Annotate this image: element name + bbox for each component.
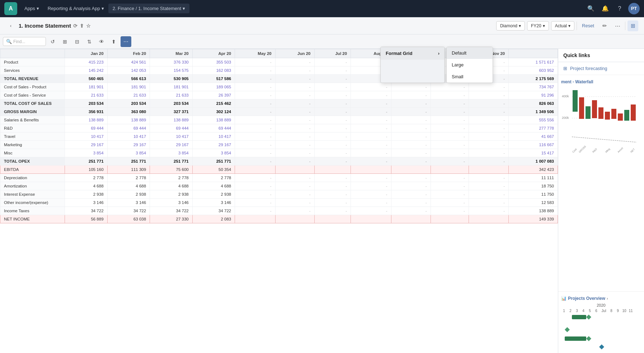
cell-value: - <box>391 116 431 124</box>
cell-value <box>275 215 314 223</box>
sort-icon[interactable]: ⇅ <box>84 36 95 47</box>
right-panel: Quick links ⊞ Project forecasting ment -… <box>558 49 644 353</box>
cell-value: 56 889 <box>65 215 108 223</box>
svg-rect-7 <box>592 100 597 118</box>
help-icon-btn[interactable]: ? <box>614 3 625 14</box>
header-jan20: Jan 20 <box>65 49 108 58</box>
format-grid-header[interactable]: Format Grid › <box>381 47 445 60</box>
projects-months: 123 456 Jul 89 1011 <box>561 309 641 313</box>
cell-value: 4 688 <box>192 182 235 190</box>
reset-button[interactable]: Reset <box>579 21 597 30</box>
cell-value: - <box>469 207 508 215</box>
table-row: Marketing29 16729 16729 16729 167-------… <box>0 141 558 149</box>
data-grid[interactable]: Jan 20 Feb 20 Mar 20 Apr 20 May 20 Jun 2… <box>0 49 558 353</box>
cell-value: - <box>275 190 314 199</box>
cell-value: 215 462 <box>192 99 235 108</box>
more-options-icon[interactable]: ⋯ <box>612 20 623 31</box>
find-box[interactable]: 🔍 Find... <box>3 37 46 46</box>
cell-value: - <box>431 133 469 141</box>
actual-selector[interactable]: Actual ▾ <box>551 21 574 31</box>
table-row: Depreciation2 7782 7782 7782 778-------1… <box>0 174 558 182</box>
cell-value: - <box>235 141 275 149</box>
cell-value: - <box>235 83 275 91</box>
project-forecasting-link[interactable]: ⊞ Project forecasting <box>558 62 644 75</box>
row-label: Services <box>0 66 65 75</box>
size-option-large[interactable]: Large <box>447 59 493 71</box>
cell-value: 111 309 <box>107 166 150 174</box>
svg-rect-5 <box>579 97 584 119</box>
projects-section: 📊 Projects Overview › 2020 123 456 Jul 8… <box>558 291 644 353</box>
cell-value: - <box>275 91 314 99</box>
filter-icon[interactable]: ⊟ <box>72 36 83 47</box>
cell-value: - <box>431 190 469 199</box>
back-button[interactable]: ‹ <box>6 21 16 31</box>
header-jul20: Jul 20 <box>314 49 351 58</box>
size-option-small[interactable]: Small <box>447 71 493 83</box>
bookmark-icon[interactable]: ⊞ <box>60 36 70 47</box>
more-actions-icon[interactable]: ⋯ <box>121 36 131 47</box>
toolbar-divider-1 <box>577 22 577 30</box>
star-icon[interactable]: ☆ <box>86 23 91 29</box>
find-icon: 🔍 <box>6 39 12 44</box>
svg-text:Amort: Amort <box>617 147 624 153</box>
cell-value: 11 111 <box>509 174 558 182</box>
projects-title[interactable]: 📊 Projects Overview › <box>561 294 641 303</box>
cell-value: - <box>314 199 351 207</box>
cell-value: 517 586 <box>192 75 235 83</box>
share-icon[interactable]: ⬆ <box>80 23 84 29</box>
bell-icon-btn[interactable]: 🔔 <box>600 3 611 14</box>
layout-icon[interactable]: ⊞ <box>627 20 638 31</box>
edit-icon[interactable]: ✏ <box>599 20 610 31</box>
cell-value: - <box>391 99 431 108</box>
table-row: Other income/(expense)3 1463 1463 1463 1… <box>0 199 558 207</box>
sync-icon[interactable]: ⟳ <box>73 23 77 29</box>
cell-value: - <box>431 108 469 116</box>
svg-rect-13 <box>631 104 636 121</box>
svg-line-14 <box>572 137 636 142</box>
cell-value: - <box>235 99 275 108</box>
cell-value: - <box>469 157 508 166</box>
cell-value: - <box>314 58 351 66</box>
cell-value: - <box>235 58 275 66</box>
header-total <box>509 49 558 58</box>
cell-value: - <box>275 66 314 75</box>
cell-value: - <box>314 190 351 199</box>
fy-selector[interactable]: FY20 ▾ <box>527 21 549 31</box>
search-icon-btn[interactable]: 🔍 <box>585 3 597 14</box>
cell-value: - <box>351 141 391 149</box>
cell-value: 142 053 <box>107 66 150 75</box>
cell-value: 1 007 083 <box>509 157 558 166</box>
visibility-icon[interactable]: 👁 <box>96 36 107 47</box>
cell-value: 3 146 <box>107 199 150 207</box>
cell-value: 530 905 <box>150 75 193 83</box>
cell-value: - <box>391 91 431 99</box>
cell-value <box>391 215 431 223</box>
cell-value: - <box>275 157 314 166</box>
user-avatar[interactable]: PT <box>628 3 640 14</box>
reporting-app-nav-item[interactable]: Reporting & Analysis App ▾ <box>43 4 108 13</box>
cell-value: - <box>469 199 508 207</box>
sheet-nav-item[interactable]: 2. Finance / 1. Income Statement ▾ <box>108 4 190 13</box>
history-icon[interactable]: ↺ <box>47 36 58 47</box>
cell-value <box>314 166 351 174</box>
cell-value: 34 722 <box>192 207 235 215</box>
apps-nav-item[interactable]: Apps ▾ <box>20 4 43 13</box>
quick-links-header: Quick links <box>558 49 644 62</box>
cell-value: - <box>351 116 391 124</box>
svg-rect-8 <box>598 107 603 119</box>
gantt-row-3 <box>561 336 641 341</box>
row-label: Marketing <box>0 141 65 149</box>
size-option-default[interactable]: Default <box>447 47 493 59</box>
cell-value: - <box>275 116 314 124</box>
gantt-row-4 <box>561 345 641 349</box>
cell-value <box>469 166 508 174</box>
diamond-selector[interactable]: Diamond ▾ <box>496 21 525 31</box>
svg-text:GROSS: GROSS <box>578 145 587 153</box>
cell-value: - <box>314 75 351 83</box>
cell-value: - <box>391 207 431 215</box>
export-icon[interactable]: ⬆ <box>108 36 119 47</box>
cell-value: - <box>275 182 314 190</box>
cell-value: 138 889 <box>107 116 150 124</box>
row-label: TOTAL REVENUE <box>0 75 65 83</box>
cell-value: 181 901 <box>65 83 108 91</box>
